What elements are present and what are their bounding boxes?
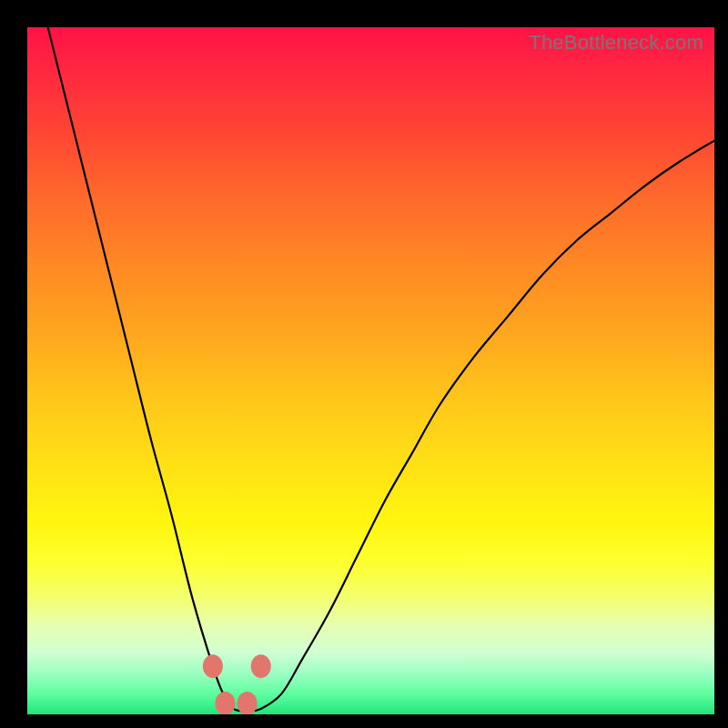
plot-area: TheBottleneck.com [27,27,714,714]
marker-point [238,692,258,714]
marker-point [215,692,235,714]
marker-point [203,654,223,678]
chart-frame: TheBottleneck.com [0,0,728,728]
chart-svg [27,27,714,714]
marker-group [203,654,271,714]
marker-point [251,654,271,678]
bottleneck-curve [48,27,714,711]
